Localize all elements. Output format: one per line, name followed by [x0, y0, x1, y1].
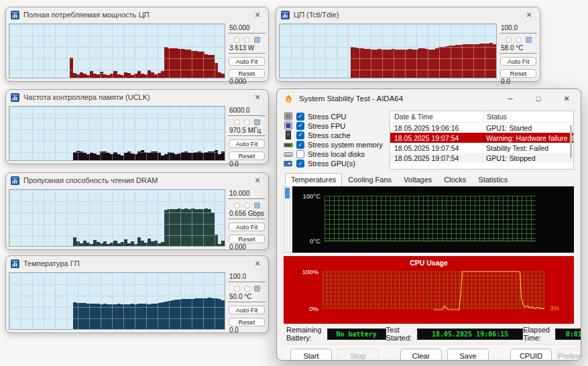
graph-grid: [322, 271, 544, 310]
checkbox[interactable]: ✓: [296, 122, 304, 130]
graph-side-panel: 100.0 58.0 °C Auto Fit Reset 0.0: [499, 23, 538, 78]
window-title: Частота контроллера памяти (UCLK): [23, 93, 248, 101]
battery-label: Remaining Battery:: [286, 326, 322, 342]
graph-style-selector[interactable]: [228, 199, 266, 209]
window-titlebar[interactable]: Частота контроллера памяти (UCLK) ✕: [6, 90, 268, 105]
stress-option-label: Stress GPU(s): [308, 160, 355, 168]
y-axis-min-label: 0°C: [296, 237, 320, 245]
graph-current-value: 58.0 °C: [499, 44, 537, 54]
radio-icon[interactable]: [244, 119, 250, 125]
close-icon[interactable]: ✕: [524, 11, 534, 19]
status-bar: Remaining Battery: No battery Test Start…: [284, 324, 574, 344]
tab-cooling-fans[interactable]: Cooling Fans: [342, 173, 398, 186]
radio-icon[interactable]: [234, 37, 240, 43]
graph-current-value: 970.5 МГц: [228, 126, 266, 136]
auto-fit-button[interactable]: Auto Fit: [229, 223, 265, 231]
stress-option-cache[interactable]: ✓ Stress cache: [284, 131, 384, 139]
window-titlebar[interactable]: Полная потребляемая мощность ЦП ✕: [6, 7, 268, 22]
vertical-scrollbar[interactable]: [284, 186, 291, 253]
close-icon[interactable]: ✕: [252, 93, 263, 102]
tab-voltages[interactable]: Voltages: [398, 173, 438, 186]
radio-icon[interactable]: [244, 202, 250, 208]
test-started-label: Test Started:: [386, 326, 412, 342]
log-row[interactable]: 18.05.2025 19:07:54 Stability Test: Fail…: [390, 143, 573, 153]
reset-button[interactable]: Reset: [229, 318, 265, 326]
auto-fit-button[interactable]: Auto Fit: [229, 57, 265, 66]
checkbox[interactable]: ✓: [296, 131, 304, 139]
checkbox[interactable]: ✓: [296, 113, 304, 121]
window-titlebar[interactable]: Пропускная способность чтения DRAM ✕: [6, 173, 268, 188]
stress-option-disks[interactable]: Stress local disks: [284, 150, 384, 159]
radio-selected-icon[interactable]: [254, 37, 260, 43]
reset-button[interactable]: Reset: [229, 151, 265, 160]
auto-fit-button[interactable]: Auto Fit: [229, 306, 265, 314]
elapsed-time-display: 0:01:39: [555, 328, 581, 340]
column-header-datetime[interactable]: Date & Time: [390, 113, 483, 121]
sensor-graph: [9, 189, 225, 247]
event-log-table[interactable]: Date & Time Status 18.05.2025 19:06:16 G…: [390, 111, 574, 170]
stress-option-label: Stress local disks: [308, 150, 365, 158]
column-header-status[interactable]: Status: [483, 111, 573, 122]
tab-clocks[interactable]: Clocks: [438, 173, 472, 186]
maximize-icon[interactable]: □: [527, 90, 550, 107]
radio-selected-icon[interactable]: [254, 286, 260, 292]
log-row[interactable]: 18.05.2025 19:07:54 GPU1: Stopped: [390, 153, 573, 163]
radio-selected-icon[interactable]: [254, 202, 260, 208]
cache-icon: [284, 131, 293, 139]
cpu-usage-graph: CPU Usage 100% 0% 3%: [284, 256, 574, 324]
graph-style-selector[interactable]: [499, 34, 537, 44]
scrollbar-thumb[interactable]: [285, 188, 290, 198]
y-axis-max-label: 100°C: [296, 192, 320, 200]
scrollbar[interactable]: [570, 125, 572, 158]
window-titlebar[interactable]: System Stability Test - AIDA64 ─ □ ✕: [277, 89, 581, 108]
stress-option-fpu[interactable]: ✓ Stress FPU: [284, 121, 384, 130]
clear-button[interactable]: Clear: [400, 349, 442, 361]
close-icon[interactable]: ✕: [555, 90, 578, 107]
stress-option-cpu[interactable]: ✓ Stress CPU: [284, 112, 384, 121]
radio-icon[interactable]: [244, 37, 250, 43]
memory-icon: [284, 141, 293, 149]
stop-button[interactable]: Stop: [337, 349, 379, 361]
radio-icon[interactable]: [234, 286, 240, 292]
reset-button[interactable]: Reset: [229, 69, 265, 78]
graph-style-selector[interactable]: [228, 34, 266, 44]
minimize-icon[interactable]: ─: [499, 90, 522, 107]
close-icon[interactable]: ✕: [252, 176, 263, 185]
auto-fit-button[interactable]: Auto Fit: [229, 139, 265, 148]
graph-min-value: 0.000: [228, 78, 266, 85]
close-icon[interactable]: ✕: [252, 259, 263, 268]
graph-style-selector[interactable]: [228, 282, 266, 292]
checkbox[interactable]: [296, 150, 304, 158]
checkbox[interactable]: ✓: [296, 141, 304, 149]
close-icon[interactable]: ✕: [252, 11, 263, 19]
checkbox[interactable]: ✓: [296, 160, 304, 168]
current-usage-label: 3%: [550, 304, 559, 312]
disk-icon: [284, 150, 293, 159]
reset-button[interactable]: Reset: [229, 235, 265, 243]
log-status: GPU1: Started: [483, 124, 573, 132]
save-button[interactable]: Save: [447, 349, 489, 361]
log-status: GPU1: Stopped: [483, 154, 573, 162]
stress-option-gpu[interactable]: ✓ Stress GPU(s): [284, 160, 384, 168]
stress-option-memory[interactable]: ✓ Stress system memory: [284, 141, 384, 149]
start-button[interactable]: Start: [290, 349, 332, 361]
preferences-button[interactable]: Preferences: [557, 349, 581, 361]
radio-icon[interactable]: [234, 119, 240, 125]
reset-button[interactable]: Reset: [500, 69, 536, 78]
auto-fit-button[interactable]: Auto Fit: [500, 57, 536, 66]
log-row[interactable]: 18.05.2025 19:06:16 GPU1: Started: [390, 123, 573, 133]
radio-icon[interactable]: [506, 37, 512, 43]
radio-icon[interactable]: [516, 37, 522, 43]
radio-icon[interactable]: [234, 202, 240, 208]
radio-selected-icon[interactable]: [526, 37, 532, 43]
window-titlebar[interactable]: Температура ГП ✕: [6, 256, 268, 271]
radio-icon[interactable]: [244, 286, 250, 292]
graph-style-selector[interactable]: [228, 116, 266, 126]
tab-temperatures[interactable]: Temperatures: [285, 173, 342, 186]
window-titlebar[interactable]: ЦП (Tctl/Tdie) ✕: [276, 7, 540, 22]
graph-side-panel: 50.000 3.613 W Auto Fit Reset 0.000: [227, 23, 266, 78]
tab-statistics[interactable]: Statistics: [472, 173, 514, 186]
radio-selected-icon[interactable]: [254, 119, 260, 125]
cpuid-button[interactable]: CPUID: [510, 349, 552, 361]
log-row-warning[interactable]: 18.05.2025 19:07:54 Warning: Hardware fa…: [390, 133, 573, 143]
